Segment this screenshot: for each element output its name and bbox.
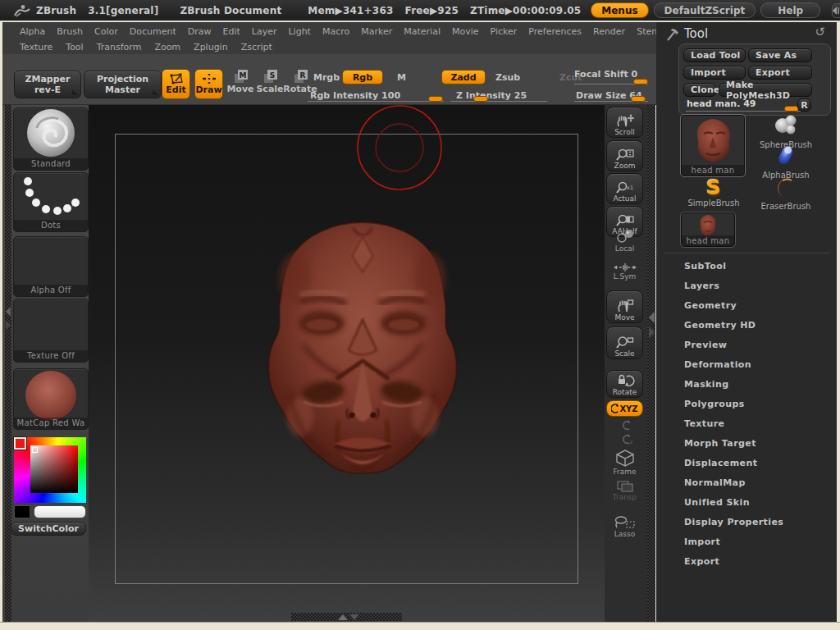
alpha-brush-item[interactable]: AlphaBrush xyxy=(753,144,819,180)
section-masking[interactable]: Masking xyxy=(684,379,729,390)
section-display-properties[interactable]: Display Properties xyxy=(684,517,783,527)
section-export[interactable]: Export xyxy=(684,556,719,567)
current-brush-tile[interactable]: Standard xyxy=(13,107,89,171)
move-mode-button[interactable]: M Move xyxy=(225,69,256,94)
right-divider-handle[interactable] xyxy=(647,105,655,622)
section-geometry[interactable]: Geometry xyxy=(684,300,737,311)
z-rotate-button[interactable]: z xyxy=(606,434,643,445)
section-preview[interactable]: Preview xyxy=(684,340,727,350)
current-material-tile[interactable]: MatCap Red Wa xyxy=(13,368,89,430)
load-tool-button[interactable]: Load Tool xyxy=(683,48,746,62)
menu-movie[interactable]: Movie xyxy=(452,26,479,37)
section-polygroups[interactable]: Polygroups xyxy=(684,399,745,409)
menu-draw[interactable]: Draw xyxy=(188,26,212,37)
local-button[interactable]: Local xyxy=(606,228,643,253)
lasso-button[interactable]: Lasso xyxy=(606,515,643,539)
section-deformation[interactable]: Deformation xyxy=(684,359,751,370)
section-geometry-hd[interactable]: Geometry HD xyxy=(684,320,756,331)
xyz-rotate-button[interactable]: XYZ xyxy=(606,400,643,417)
lsym-button[interactable]: L.Sym xyxy=(606,262,643,281)
current-stroke-tile[interactable]: Dots xyxy=(13,172,89,232)
menu-macro[interactable]: Macro xyxy=(322,26,349,37)
canvas-scrollbar[interactable] xyxy=(291,613,402,621)
scroll-button[interactable]: Scroll xyxy=(606,107,643,138)
z-intensity-handle[interactable] xyxy=(473,96,488,102)
left-divider-handle[interactable] xyxy=(5,105,11,622)
rgb-intensity-handle[interactable] xyxy=(428,96,443,102)
menu-zplugin[interactable]: Zplugin xyxy=(194,42,228,52)
edit-mode-button[interactable]: Edit xyxy=(162,69,190,99)
r-quicksave-button[interactable]: R xyxy=(797,98,811,112)
clone-button[interactable]: Clone xyxy=(683,83,716,97)
menu-brush[interactable]: Brush xyxy=(57,26,83,37)
zadd-toggle[interactable]: Zadd xyxy=(441,70,486,84)
make-polymesh3d-button[interactable]: Make PolyMesh3D xyxy=(719,83,812,97)
m-toggle[interactable]: M xyxy=(397,72,406,83)
actual-button[interactable]: x1 Actual xyxy=(606,173,643,204)
menu-layer[interactable]: Layer xyxy=(252,26,277,37)
menu-document[interactable]: Document xyxy=(130,26,176,37)
menu-transform[interactable]: Transform xyxy=(97,42,142,52)
zoom-button[interactable]: Zoom xyxy=(606,140,643,171)
palette-reset-icon[interactable]: ↺ xyxy=(815,25,825,39)
draw-mode-button[interactable]: Draw xyxy=(194,69,223,99)
menu-zoom[interactable]: Zoom xyxy=(154,42,180,52)
menus-button[interactable]: Menus xyxy=(591,2,648,18)
current-texture-tile[interactable]: Texture Off xyxy=(13,299,89,363)
section-texture[interactable]: Texture xyxy=(684,418,724,429)
shrink-left-tray-icon[interactable] xyxy=(832,3,840,18)
current-alpha-tile[interactable]: Alpha Off xyxy=(13,236,89,297)
menu-texture[interactable]: Texture xyxy=(20,42,52,52)
color-picker[interactable] xyxy=(14,437,86,503)
import-button[interactable]: Import xyxy=(683,66,746,80)
rgb-toggle[interactable]: Rgb xyxy=(342,70,383,84)
menu-preferences[interactable]: Preferences xyxy=(528,26,582,37)
saturation-value-square[interactable] xyxy=(30,445,78,493)
default-zscript-button[interactable]: DefaultZScript xyxy=(654,2,756,18)
save-as-button[interactable]: Save As xyxy=(748,48,812,62)
sculpted-head-model[interactable] xyxy=(268,222,457,473)
menu-marker[interactable]: Marker xyxy=(361,26,392,37)
focal-shift-handle[interactable] xyxy=(633,79,648,84)
menu-alpha[interactable]: Alpha xyxy=(20,26,45,37)
projection-master-button[interactable]: ProjectionMaster xyxy=(84,71,162,98)
eraser-brush-item[interactable]: EraserBrush xyxy=(753,177,819,211)
menu-tool[interactable]: Tool xyxy=(66,42,83,52)
scale-3d-button[interactable]: Scale xyxy=(606,326,643,359)
section-displacement[interactable]: Displacement xyxy=(684,458,757,468)
section-layers[interactable]: Layers xyxy=(684,281,719,291)
section-morph-target[interactable]: Morph Target xyxy=(684,438,756,449)
menu-zscript[interactable]: Zscript xyxy=(241,42,272,52)
transp-button[interactable]: Transp xyxy=(606,480,643,502)
section-normalmap[interactable]: NormalMap xyxy=(684,477,746,488)
menu-picker[interactable]: Picker xyxy=(491,26,518,37)
menu-light[interactable]: Light xyxy=(288,26,310,37)
export-button[interactable]: Export xyxy=(748,66,812,80)
section-unified-skin[interactable]: Unified Skin xyxy=(684,497,750,508)
section-import[interactable]: Import xyxy=(684,536,720,547)
recent-tool-thumbnail[interactable]: head man xyxy=(681,212,735,247)
section-subtool[interactable]: SubTool xyxy=(684,261,726,272)
simple-brush-item[interactable]: S SimpleBrush xyxy=(681,177,746,208)
sv-selector[interactable] xyxy=(32,447,38,453)
document-canvas[interactable] xyxy=(89,105,605,622)
rotate-3d-button[interactable]: Rotate xyxy=(606,370,643,398)
menu-material[interactable]: Material xyxy=(404,26,441,37)
secondary-color-swatch[interactable] xyxy=(14,505,30,518)
gradient-color-swatch[interactable] xyxy=(34,505,86,518)
draw-size-handle[interactable] xyxy=(631,96,646,102)
menu-edit[interactable]: Edit xyxy=(223,26,240,37)
zsub-toggle[interactable]: Zsub xyxy=(495,72,520,83)
scale-mode-button[interactable]: S Scale xyxy=(256,69,284,94)
frame-button[interactable]: Frame xyxy=(606,450,643,477)
mrgb-toggle[interactable]: Mrgb xyxy=(313,72,340,83)
active-tool-thumbnail[interactable]: head man xyxy=(681,115,745,176)
lsym-icon xyxy=(613,262,637,272)
help-button[interactable]: Help xyxy=(760,2,820,18)
switch-color-button[interactable]: SwitchColor xyxy=(11,522,86,536)
zmapper-button[interactable]: ZMapperrev-E xyxy=(14,71,81,98)
move-3d-button[interactable]: Move xyxy=(606,290,643,323)
menu-color[interactable]: Color xyxy=(94,26,118,37)
menu-render[interactable]: Render xyxy=(593,26,625,37)
y-rotate-button[interactable] xyxy=(606,420,643,431)
